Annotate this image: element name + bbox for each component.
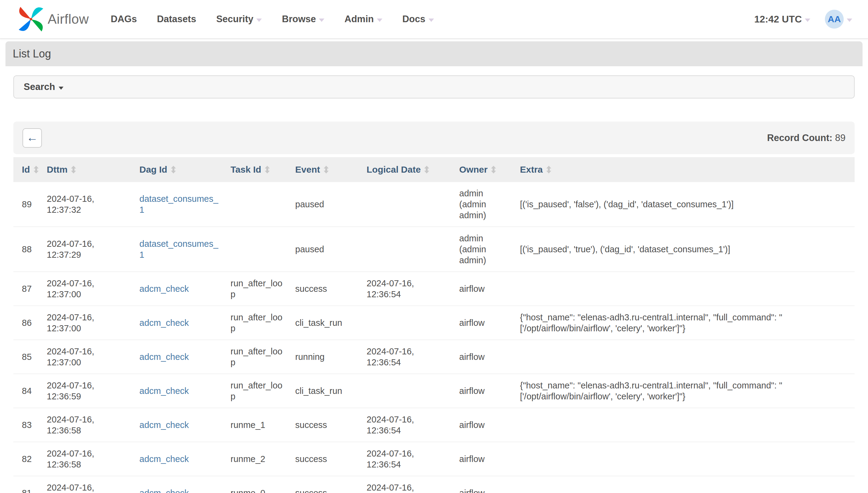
cell-extra [511,340,854,374]
sort-icon[interactable] [490,165,497,174]
avatar[interactable]: AA [825,10,844,28]
cell-dttm: 2024-07-16, 12:36:58 [38,442,131,476]
column-header[interactable]: Logical Date [358,157,451,182]
nav-right: 12:42 UTC AA [754,10,852,28]
table-row: 82 2024-07-16, 12:36:58 adcm_check runme… [14,442,854,476]
cell-extra: [('is_paused', 'false'), ('dag_id', 'dat… [511,182,854,227]
search-collapse-toggle[interactable]: Search [14,76,854,99]
chevron-down-icon [805,19,810,22]
record-count-value: 89 [835,132,846,143]
cell-extra: [('is_paused', 'true'), ('dag_id', 'data… [511,227,854,272]
dag-id-link[interactable]: adcm_check [139,420,189,430]
cell-owner: airflow [451,476,511,493]
dag-id-link[interactable]: adcm_check [139,454,189,464]
column-header-label: Logical Date [367,165,420,174]
column-header[interactable]: Event [287,157,358,182]
cell-id: 81 [14,476,38,493]
cell-owner: airflow [451,272,511,306]
cell-id: 88 [14,227,38,272]
cell-id: 83 [14,408,38,442]
airflow-brand[interactable]: Airflow [17,5,89,34]
cell-owner: airflow [451,374,511,408]
sort-icon[interactable] [170,165,177,174]
cell-task-id [222,182,287,227]
log-table: Id Dttm Dag Id Task Id Event Logical Dat… [14,157,854,493]
user-menu[interactable]: AA [825,10,852,28]
nav-item[interactable]: Docs [403,14,434,25]
cell-dttm: 2024-07-16, 12:37:29 [38,227,131,272]
cell-owner: airflow [451,408,511,442]
cell-owner: airflow [451,442,511,476]
cell-owner: airflow [451,340,511,374]
table-row: 81 2024-07-16, 12:36:58 adcm_check runme… [14,476,854,493]
back-arrow-icon: ← [26,132,38,143]
column-header-label: Event [295,165,320,174]
nav-item[interactable]: Admin [344,14,382,25]
table-row: 83 2024-07-16, 12:36:58 adcm_check runme… [14,408,854,442]
sort-icon[interactable] [546,165,552,174]
cell-id: 82 [14,442,38,476]
cell-dttm: 2024-07-16, 12:36:59 [38,374,131,408]
cell-logical-date: 2024-07-16, 12:36:54 [358,408,451,442]
sort-icon[interactable] [33,165,39,174]
dag-id-link[interactable]: dataset_consumes_1 [139,239,219,260]
sort-icon[interactable] [323,165,329,174]
nav-item-label: Datasets [157,14,196,25]
navbar: Airflow DAGs Datasets Security Browse Ad… [0,0,868,39]
nav-item[interactable]: Datasets [157,14,196,25]
cell-dttm: 2024-07-16, 12:37:00 [38,306,131,340]
cell-task-id: run_after_loop [222,272,287,306]
column-header[interactable]: Dag Id [131,157,222,182]
column-header[interactable]: Task Id [222,157,287,182]
cell-event: cli_task_run [287,306,358,340]
nav-item-label: DAGs [111,14,137,25]
cell-id: 84 [14,374,38,408]
sort-icon[interactable] [264,165,270,174]
cell-task-id: run_after_loop [222,374,287,408]
dag-id-link[interactable]: adcm_check [139,352,189,362]
table-row: 85 2024-07-16, 12:37:00 adcm_check run_a… [14,340,854,374]
nav-item[interactable]: Security [216,14,262,25]
cell-logical-date [358,227,451,272]
record-count-label: Record Count: [767,132,832,143]
column-header-label: Dag Id [139,165,167,174]
dag-id-link[interactable]: dataset_consumes_1 [139,194,219,215]
cell-event: success [287,476,358,493]
panel-header: List Log [5,41,863,66]
clock-dropdown[interactable]: 12:42 UTC [754,14,810,25]
column-header-label: Dttm [47,165,67,174]
cell-id: 85 [14,340,38,374]
dag-id-link[interactable]: adcm_check [139,386,189,396]
cell-extra: {"host_name": "elenas-adh3.ru-central1.i… [511,306,854,340]
column-header[interactable]: Dttm [38,157,131,182]
table-row: 86 2024-07-16, 12:37:00 adcm_check run_a… [14,306,854,340]
cell-event: success [287,272,358,306]
cell-logical-date [358,182,451,227]
cell-dttm: 2024-07-16, 12:36:58 [38,408,131,442]
nav-menu: DAGs Datasets Security Browse Admin Docs [111,14,454,25]
nav-item[interactable]: Browse [282,14,324,25]
back-button[interactable]: ← [22,128,42,148]
column-header[interactable]: Id [14,157,38,182]
column-header-label: Task Id [230,165,261,174]
dag-id-link[interactable]: adcm_check [139,318,189,328]
column-header-label: Id [22,165,30,174]
cell-event: cli_task_run [287,374,358,408]
column-header[interactable]: Extra [511,157,854,182]
dag-id-link[interactable]: adcm_check [139,488,189,493]
nav-item[interactable]: DAGs [111,14,137,25]
cell-event: paused [287,182,358,227]
cell-owner: airflow [451,306,511,340]
column-header[interactable]: Owner [451,157,511,182]
nav-item-label: Admin [344,14,373,25]
cell-owner: admin (admin admin) [451,227,511,272]
actions-toolbar: ← Record Count: 89 [14,122,854,154]
dag-id-link[interactable]: adcm_check [139,284,189,294]
chevron-down-icon [847,19,852,22]
sort-icon[interactable] [70,165,76,174]
table-row: 84 2024-07-16, 12:36:59 adcm_check run_a… [14,374,854,408]
column-header-label: Extra [520,165,543,174]
table-header-row: Id Dttm Dag Id Task Id Event Logical Dat… [14,157,854,182]
cell-id: 87 [14,272,38,306]
sort-icon[interactable] [424,165,430,174]
